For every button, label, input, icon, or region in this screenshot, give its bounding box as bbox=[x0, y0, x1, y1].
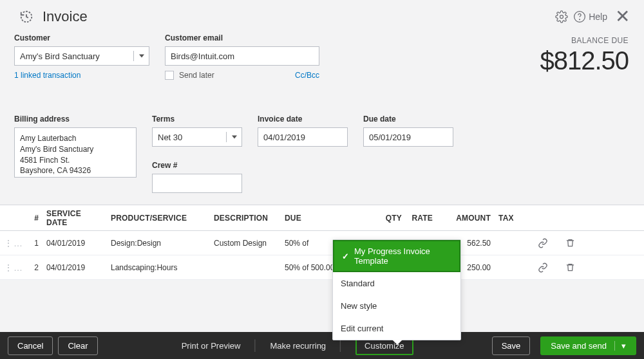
chevron-down-icon bbox=[133, 51, 149, 61]
col-product: PRODUCT/SERVICE bbox=[107, 214, 210, 223]
customer-email-label: Customer email bbox=[165, 33, 319, 42]
billing-address-label: Billing address bbox=[14, 115, 137, 124]
col-tax: TAX bbox=[495, 214, 529, 223]
linked-transaction-link[interactable]: 1 linked transaction bbox=[14, 71, 149, 80]
terms-select[interactable]: Net 30 bbox=[152, 127, 242, 147]
close-icon[interactable]: ✕ bbox=[615, 8, 630, 26]
svg-point-2 bbox=[580, 19, 580, 20]
history-icon[interactable] bbox=[19, 10, 33, 24]
col-rate: RATE bbox=[403, 214, 437, 223]
col-description: DESCRIPTION bbox=[210, 214, 281, 223]
customer-email-input[interactable] bbox=[165, 46, 319, 66]
print-preview-link[interactable]: Print or Preview bbox=[182, 341, 241, 351]
customer-value: Amy's Bird Sanctuary bbox=[20, 51, 100, 61]
crew-label: Crew # bbox=[152, 161, 242, 170]
customer-label: Customer bbox=[14, 33, 149, 42]
popover-tail bbox=[392, 340, 402, 345]
col-num: # bbox=[24, 214, 43, 223]
table-row[interactable]: ⋮⋮ 1 04/01/2019 Design:Design Custom Des… bbox=[0, 231, 644, 255]
make-recurring-link[interactable]: Make recurring bbox=[270, 341, 326, 351]
template-option-selected[interactable]: ✓ My Progress Invoice Template bbox=[333, 240, 460, 272]
terms-value: Net 30 bbox=[158, 133, 182, 142]
gear-icon[interactable] bbox=[555, 10, 568, 23]
terms-label: Terms bbox=[152, 115, 242, 124]
template-option[interactable]: Standard bbox=[333, 272, 460, 295]
chevron-down-icon bbox=[226, 132, 242, 142]
trash-icon[interactable] bbox=[556, 238, 583, 248]
cc-bcc-link[interactable]: Cc/Bcc bbox=[295, 71, 319, 80]
due-date-input[interactable] bbox=[363, 127, 453, 147]
drag-handle-icon[interactable]: ⋮⋮ bbox=[0, 262, 24, 273]
help-label: Help bbox=[589, 12, 607, 22]
invoice-date-input[interactable] bbox=[258, 127, 348, 147]
drag-handle-icon[interactable]: ⋮⋮ bbox=[0, 238, 24, 248]
link-icon[interactable] bbox=[529, 262, 556, 273]
send-later-label: Send later bbox=[179, 71, 214, 80]
col-qty: QTY bbox=[357, 214, 403, 223]
save-button[interactable]: Save bbox=[492, 336, 531, 355]
help-icon[interactable]: Help bbox=[573, 10, 607, 23]
send-later-checkbox[interactable] bbox=[165, 71, 174, 80]
customer-select[interactable]: Amy's Bird Sanctuary bbox=[14, 46, 149, 66]
col-due: DUE bbox=[281, 214, 357, 223]
clear-button[interactable]: Clear bbox=[58, 336, 97, 355]
due-date-label: Due date bbox=[363, 115, 453, 124]
link-icon[interactable] bbox=[529, 238, 556, 248]
template-option[interactable]: Edit current bbox=[333, 317, 460, 340]
check-icon: ✓ bbox=[342, 252, 349, 261]
balance-due-amount: $812.50 bbox=[540, 46, 629, 75]
billing-address-field[interactable]: Amy Lauterbach Amy's Bird Sanctuary 4581… bbox=[14, 127, 137, 178]
template-option[interactable]: New style bbox=[333, 295, 460, 317]
bottom-bar: Cancel Clear Print or Preview │ Make rec… bbox=[0, 332, 644, 359]
cancel-button[interactable]: Cancel bbox=[8, 336, 53, 355]
chevron-down-icon[interactable]: ▾ bbox=[614, 341, 626, 351]
col-service-date: SERVICE DATE bbox=[43, 209, 107, 227]
balance-due-block: BALANCE DUE $812.50 bbox=[540, 36, 629, 75]
trash-icon[interactable] bbox=[556, 262, 583, 272]
save-and-send-button[interactable]: Save and send ▾ bbox=[540, 336, 636, 355]
invoice-date-label: Invoice date bbox=[258, 115, 348, 124]
line-items-table: # SERVICE DATE PRODUCT/SERVICE DESCRIPTI… bbox=[0, 205, 644, 280]
balance-due-label: BALANCE DUE bbox=[540, 36, 629, 45]
crew-input[interactable] bbox=[152, 174, 242, 193]
table-row[interactable]: ⋮⋮ 2 04/01/2019 Landscaping:Hours 50% of… bbox=[0, 255, 644, 280]
page-title: Invoice bbox=[43, 8, 550, 25]
svg-point-0 bbox=[560, 15, 564, 19]
col-amount: AMOUNT bbox=[437, 214, 495, 223]
template-popover: ✓ My Progress Invoice Template Standard … bbox=[332, 239, 461, 340]
